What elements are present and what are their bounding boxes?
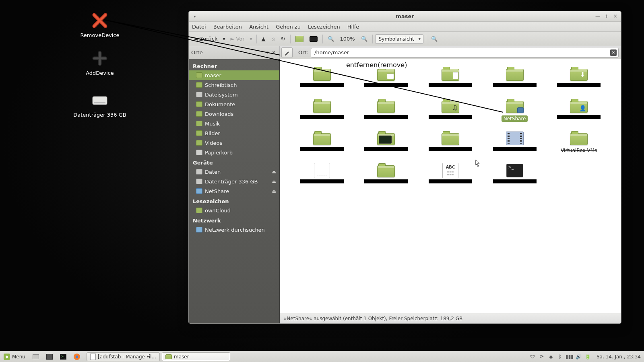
search-button[interactable]: 🔍 [429,34,440,44]
folder-icon [196,72,202,78]
sidebar-item-papierkorb[interactable]: Papierkorb [189,148,279,157]
terminal-launcher-icon[interactable]: >_ [57,352,70,361]
sidebar-item-daten[interactable]: Daten⏏ [189,167,279,177]
sidebar-item-label: NetShare [205,188,229,194]
zoom-level[interactable]: 100% [338,34,357,44]
desktop-icon-add-device[interactable]: AddDevice [72,49,128,76]
tray-battery-icon[interactable]: 🔋 [585,354,591,360]
reload-button[interactable]: ↻ [279,34,288,44]
menu-label: Menu [12,354,25,360]
sidebar-item-label: ownCloud [205,208,231,214]
menu-datei[interactable]: Datei [192,24,206,30]
maximize-button[interactable]: + [603,12,611,20]
desktop-icon-remove-device[interactable]: RemoveDevice [72,11,128,38]
grid-item-15[interactable] [292,162,352,193]
sidebar-item-videos[interactable]: Videos [189,138,279,148]
clock[interactable]: Sa, 14. Jan., 23:34 [597,354,641,360]
net-icon [196,188,202,194]
folder-icon [376,99,396,114]
grid-item-4[interactable]: ⬇ [549,66,609,96]
eject-icon[interactable]: ⏏ [272,189,276,194]
sidebar-item-dokumente[interactable]: Dokumente [189,99,279,109]
redacted-label [429,115,472,119]
grid-item-18[interactable]: >_ [485,162,545,193]
close-button[interactable]: × [611,12,619,20]
redacted-label [364,147,408,151]
location-bar: Orte ▾ ✕ Ort: /home/maser ✕ [189,46,621,59]
titlebar[interactable]: ▾ maser — + × [189,11,621,22]
tray-shield-icon[interactable]: 🛡 [529,354,536,360]
tray-sync-icon[interactable]: ⟳ [539,354,545,360]
sidebar-item-netzwerk-durchsuchen[interactable]: Netzwerk durchsuchen [189,225,279,234]
sidebar-item-dateisystem[interactable]: Dateisystem [189,90,279,99]
tray-volume-icon[interactable]: 🔊 [576,354,582,360]
show-desktop-icon[interactable] [29,352,42,361]
grid-item-16[interactable] [356,162,417,193]
path-input[interactable]: /home/maser ✕ [311,48,619,58]
grid-item-2[interactable] [420,66,481,96]
menu-hilfe[interactable]: Hilfe [347,24,359,30]
sidebar-item-netshare[interactable]: NetShare⏏ [189,186,279,196]
window-menu-icon[interactable]: ▾ [191,13,198,20]
minimize-button[interactable]: — [594,12,602,20]
grid-item-10[interactable] [292,130,352,160]
menu-lesezeichen[interactable]: Lesezeichen [308,24,340,30]
menu-ansicht[interactable]: Ansicht [249,24,268,30]
grid-item-11[interactable] [356,130,417,160]
grid-item-1[interactable] [356,66,417,96]
eject-icon[interactable]: ⏏ [272,169,276,175]
sidebar-item-maser[interactable]: maser [189,70,279,80]
up-button[interactable]: ▲ [259,34,268,44]
task--addfstab-manage-fil-[interactable]: [addfstab - Manage Fil... [87,352,160,361]
zoom-out-button[interactable]: 🔍 [325,34,336,44]
tray-updates-icon[interactable]: ◆ [548,354,554,360]
firefox-launcher-icon[interactable] [70,352,83,361]
grid-item-7[interactable]: ♫ [420,98,481,128]
menu-bearbeiten[interactable]: Bearbeiten [213,24,242,30]
grid-item-5[interactable] [292,98,352,128]
tray-network-icon[interactable]: ▮▮▮ [566,354,573,360]
icon-grid[interactable]: ⬇♫NetShare👤VirtualBox VMsABC▬▬▬▬▬▬>_ [280,59,621,313]
sidebar-item-schreibtisch[interactable]: Schreibtisch [189,80,279,90]
desktop-icon-disk-336[interactable]: Datenträger 336 GB [72,91,128,118]
sidebar[interactable]: RechnermaserSchreibtischDateisystemDokum… [189,59,280,323]
forward-history-dropdown[interactable]: ▾ [248,34,254,44]
sidebar-item-owncloud[interactable]: ownCloud [189,206,279,215]
grid-item-12[interactable] [420,130,481,160]
sidebar-item-label: Netzwerk durchsuchen [205,227,265,233]
grid-item-17[interactable]: ABC▬▬▬▬▬▬ [420,162,481,193]
view-mode-select[interactable]: Symbolansicht [375,34,423,44]
sidebar-item-label: Papierkorb [205,150,233,156]
computer-button[interactable] [307,34,320,44]
clear-path-icon[interactable]: ✕ [610,49,617,56]
grid-item-6[interactable] [356,98,417,128]
grid-item-9[interactable]: 👤 [549,98,609,128]
back-history-dropdown[interactable]: ▾ [221,34,227,44]
sidebar-item-label: Videos [205,140,222,146]
file-manager-window: ▾ maser — + × DateiBearbeitenAnsichtGehe… [188,11,621,324]
eject-icon[interactable]: ⏏ [272,179,276,184]
folder-public-icon: 👤 [569,99,588,114]
menu-gehen zu[interactable]: Gehen zu [276,24,301,30]
path-edit-toggle[interactable] [281,47,293,58]
menu-button[interactable]: ◆ Menu [0,352,29,361]
tray-bluetooth-icon[interactable]: ᛒ [557,354,564,360]
grid-item-13[interactable] [485,130,545,160]
grid-item-8[interactable]: NetShare [485,98,545,128]
sidebar-item-downloads[interactable]: Downloads [189,109,279,119]
grid-item-14[interactable]: VirtualBox VMs [549,130,609,160]
stop-button[interactable]: ⦸ [269,34,277,44]
grid-item-3[interactable] [485,66,545,96]
home-button[interactable] [293,34,306,44]
sidebar-item-bilder[interactable]: Bilder [189,128,279,138]
task-maser[interactable]: maser [162,352,230,361]
sidebar-item-datenträger-336-gb[interactable]: Datenträger 336 GB⏏ [189,177,279,186]
file-manager-launcher-icon[interactable] [43,352,56,361]
redacted-label [364,179,408,183]
sidebar-item-musik[interactable]: Musik [189,119,279,128]
taskbar[interactable]: ◆ Menu >_ [addfstab - Manage Fil...maser… [0,351,644,362]
zoom-in-button[interactable]: 🔍 [359,34,370,44]
forward-button[interactable]: ► Vor [228,34,247,44]
redacted-label [493,179,537,183]
desktop[interactable]: RemoveDeviceAddDeviceDatenträger 336 GB … [0,0,644,362]
